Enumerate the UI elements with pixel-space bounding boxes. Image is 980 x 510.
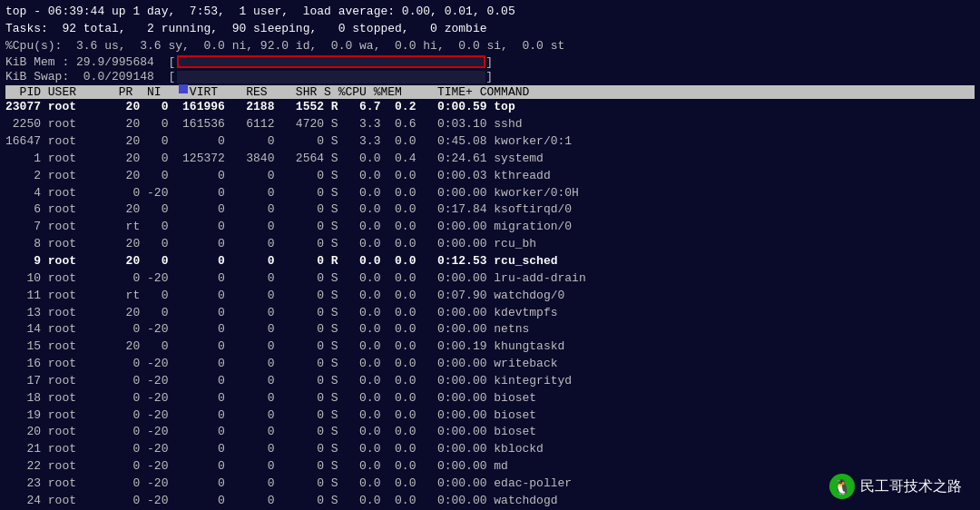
table-row: 16 root 0 -20 0 0 0 S 0.0 0.0 0:00.00 wr… (5, 356, 975, 373)
table-row: 1 root 20 0 125372 3840 2564 S 0.0 0.4 0… (5, 151, 975, 168)
process-table-header: PID USER PR NI VIRT RES SHR S %CPU %MEM … (5, 85, 975, 99)
mem-bar-fill (179, 84, 188, 93)
table-row: 15 root 20 0 0 0 0 S 0.0 0.0 0:00.19 khu… (5, 338, 975, 356)
table-row: 23077 root 20 0 161996 2188 1552 R 6.7 0… (5, 99, 975, 116)
table-row: 11 root rt 0 0 0 0 S 0.0 0.0 0:07.90 wat… (5, 288, 975, 305)
terminal: top - 06:39:44 up 1 day, 7:53, 1 user, l… (0, 0, 980, 510)
table-row: 6 root 20 0 0 0 0 S 0.0 0.0 0:17.84 ksof… (5, 201, 975, 219)
cpu-line: %Cpu(s): 3.6 us, 3.6 sy, 0.0 ni, 92.0 id… (5, 38, 975, 55)
table-row: 7 root rt 0 0 0 0 S 0.0 0.0 0:00.00 migr… (5, 219, 975, 236)
table-row: 13 root 20 0 0 0 0 S 0.0 0.0 0:00.00 kde… (5, 305, 975, 322)
kib-mem-label: KiB Mem : 29.9/995684 [ (5, 55, 175, 69)
table-row: 4 root 0 -20 0 0 0 S 0.0 0.0 0:00.00 kwo… (5, 185, 975, 202)
table-row: 20 root 0 -20 0 0 0 S 0.0 0.0 0:00.00 bi… (5, 424, 975, 441)
watermark-text: 民工哥技术之路 (860, 477, 962, 496)
watermark: 🐧 民工哥技术之路 (829, 474, 962, 499)
kib-swap-suffix: ] (485, 69, 493, 86)
tasks-line: Tasks: 92 total, 2 running, 90 sleeping,… (5, 21, 975, 38)
watermark-icon: 🐧 (829, 474, 855, 499)
top-status-line: top - 06:39:44 up 1 day, 7:53, 1 user, l… (5, 4, 975, 21)
table-row: 2 root 20 0 0 0 0 S 0.0 0.0 0:00.03 kthr… (5, 168, 975, 185)
table-row: 17 root 0 -20 0 0 0 S 0.0 0.0 0:00.00 ki… (5, 373, 975, 390)
table-row: 2250 root 20 0 161536 6112 4720 S 3.3 0.… (5, 116, 975, 133)
table-row: 21 root 0 -20 0 0 0 S 0.0 0.0 0:00.00 kb… (5, 441, 975, 458)
table-row: 9 root 20 0 0 0 0 R 0.0 0.0 0:12.53 rcu_… (5, 253, 975, 270)
table-row: 14 root 0 -20 0 0 0 S 0.0 0.0 0:00.00 ne… (5, 321, 975, 338)
process-list: 23077 root 20 0 161996 2188 1552 R 6.7 0… (5, 99, 975, 510)
kib-mem-line: KiB Mem : 29.9/995684 [ ] (5, 55, 975, 69)
kib-swap-line: KiB Swap: 0.0/209148 [ ] (5, 69, 975, 86)
table-row: 8 root 20 0 0 0 0 S 0.0 0.0 0:00.00 rcu_… (5, 236, 975, 253)
kib-mem-suffix: ] (485, 55, 493, 69)
table-row: 18 root 0 -20 0 0 0 S 0.0 0.0 0:00.00 bi… (5, 390, 975, 407)
table-row: 16647 root 20 0 0 0 0 S 3.3 0.0 0:45.08 … (5, 133, 975, 151)
table-row: 19 root 0 -20 0 0 0 S 0.0 0.0 0:00.00 bi… (5, 407, 975, 425)
kib-swap-label: KiB Swap: 0.0/209148 [ (5, 69, 175, 86)
table-row: 10 root 0 -20 0 0 0 S 0.0 0.0 0:00.00 lr… (5, 270, 975, 288)
mem-bar-container (177, 55, 485, 68)
